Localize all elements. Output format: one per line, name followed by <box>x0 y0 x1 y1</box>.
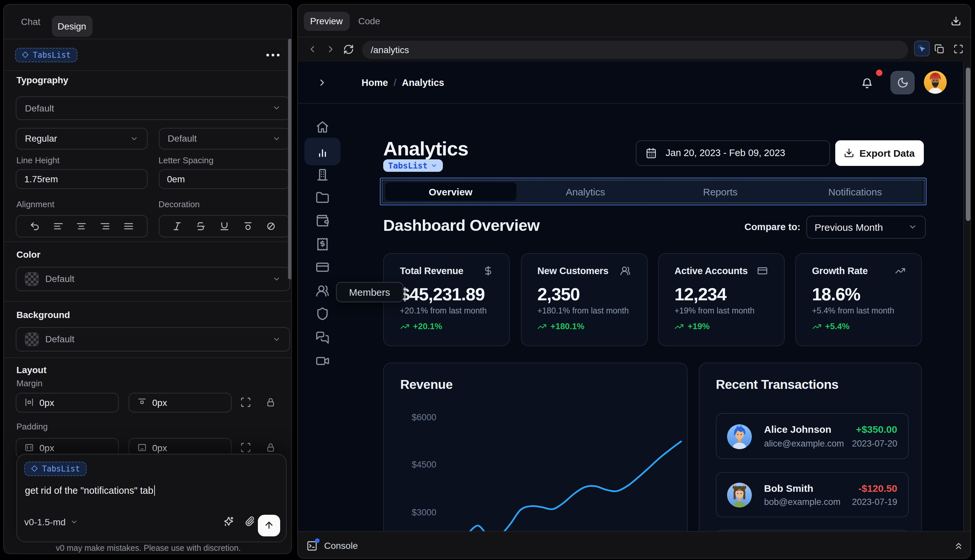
console-bar[interactable]: Console <box>298 531 970 559</box>
font-style-select[interactable]: Default <box>159 128 290 149</box>
breadcrumb-separator: / <box>394 77 396 88</box>
padding-vertical-icon <box>137 443 147 453</box>
color-select[interactable]: Default <box>16 267 290 291</box>
tab-notifications[interactable]: Notifications <box>788 180 923 203</box>
composer-input[interactable]: get rid of the "notifications" tab <box>25 485 155 496</box>
compare-select[interactable]: Previous Month <box>806 216 926 238</box>
composer-chip-label: TabsList <box>42 464 80 473</box>
sidebar-expand-button[interactable] <box>317 77 327 88</box>
date-range-picker[interactable]: Jan 20, 2023 - Feb 09, 2023 <box>636 140 830 165</box>
scrollbar-thumb[interactable] <box>966 68 970 221</box>
align-center-icon[interactable] <box>77 221 87 232</box>
refresh-button[interactable] <box>343 43 354 55</box>
strikethrough-icon[interactable] <box>195 221 206 232</box>
bell-icon[interactable] <box>861 76 873 89</box>
selected-component-chip[interactable]: TabsList <box>15 48 77 62</box>
model-select[interactable]: v0-1.5-md <box>24 515 78 529</box>
underline-icon[interactable] <box>219 221 230 232</box>
align-left-icon[interactable] <box>53 221 63 232</box>
undo-icon[interactable] <box>30 221 40 232</box>
chevron-down-icon <box>130 135 138 143</box>
stat-title: Total Revenue <box>400 265 463 276</box>
download-button[interactable] <box>951 15 961 26</box>
chevrons-up-icon[interactable] <box>953 540 964 551</box>
align-right-icon[interactable] <box>100 221 110 232</box>
disclaimer-text: v0 may make mistakes. Please use with di… <box>4 543 292 553</box>
attach-file-button[interactable] <box>245 516 255 527</box>
revenue-chart-card: Revenue $6000 $4500 $3000 <box>383 363 688 531</box>
background-swatch <box>25 332 39 346</box>
tab-chat[interactable]: Chat <box>21 5 40 39</box>
stat-change: +20.1% <box>413 321 442 331</box>
margin-y-value: 0px <box>152 397 167 408</box>
italic-icon[interactable] <box>172 221 183 232</box>
enhance-prompt-button[interactable] <box>223 516 234 527</box>
chevron-down-icon <box>272 275 281 283</box>
sidebar-item-home[interactable] <box>315 120 329 134</box>
panel-scrollbar[interactable] <box>288 39 292 279</box>
margin-y-input[interactable]: 0px <box>129 393 232 412</box>
sidebar-item-messages[interactable] <box>315 330 329 344</box>
margin-x-input[interactable]: 0px <box>16 393 119 412</box>
tab-design[interactable]: Design <box>52 15 92 37</box>
app: Chat Design TabsList Typography Default … <box>0 0 975 560</box>
sidebar-item-shield[interactable] <box>315 307 329 321</box>
moon-icon <box>897 77 908 88</box>
stat-change: +19% <box>688 321 710 331</box>
color-value: Default <box>45 274 75 284</box>
lock-margin-icon[interactable] <box>266 397 275 407</box>
sidebar-item-credit-card[interactable] <box>315 260 329 274</box>
preview-panel: Preview Code /analytics Home / Analytics <box>297 4 971 559</box>
chat-composer[interactable]: TabsList get rid of the "notifications" … <box>17 454 287 542</box>
line-height-input[interactable]: 1.75rem <box>16 169 147 189</box>
overline-icon[interactable] <box>242 221 253 232</box>
none-icon[interactable] <box>266 221 277 232</box>
font-family-select[interactable]: Default <box>16 96 290 120</box>
tab-analytics[interactable]: Analytics <box>518 180 653 203</box>
sidebar-item-users[interactable] <box>315 283 329 297</box>
theme-toggle-button[interactable] <box>890 70 915 95</box>
lock-padding-icon[interactable] <box>266 443 275 452</box>
tooltip-members: Members <box>336 282 403 302</box>
tab-reports[interactable]: Reports <box>653 180 788 203</box>
breadcrumb-home[interactable]: Home <box>362 77 388 88</box>
transaction-row[interactable]: Alice Johnson alice@example.com +$350.00… <box>716 413 908 459</box>
sidebar-item-bar-chart[interactable] <box>315 145 329 158</box>
nav-back-button[interactable] <box>307 44 317 55</box>
preview-scrollbar[interactable] <box>963 62 971 531</box>
letter-spacing-input[interactable]: 0em <box>159 169 290 189</box>
credit-card-icon <box>757 265 768 276</box>
expand-padding-icon[interactable] <box>240 442 251 453</box>
font-family-value: Default <box>25 103 54 113</box>
font-style-value: Default <box>168 133 197 144</box>
transaction-row[interactable]: Bob Smith bob@example.com -$120.50 2023-… <box>716 472 908 517</box>
diamond-icon <box>22 52 29 59</box>
url-bar[interactable]: /analytics <box>362 40 908 59</box>
align-justify-icon[interactable] <box>124 221 134 232</box>
sidebar-item-folder[interactable] <box>315 191 329 205</box>
user-avatar[interactable] <box>923 70 947 93</box>
breadcrumb-current[interactable]: Analytics <box>402 77 444 88</box>
export-data-button[interactable]: Export Data <box>835 140 923 165</box>
expand-margin-icon[interactable] <box>240 397 251 408</box>
color-section-title: Color <box>17 249 40 259</box>
composer-component-chip[interactable]: TabsList <box>24 462 87 476</box>
sidebar-item-building[interactable] <box>315 168 329 182</box>
stat-value: 2,350 <box>538 284 580 305</box>
copy-button[interactable] <box>934 43 945 54</box>
tab-preview[interactable]: Preview <box>304 12 349 31</box>
sidebar-item-video[interactable] <box>315 354 329 368</box>
more-options-button[interactable] <box>266 54 279 56</box>
transaction-email: alice@example.com <box>764 439 844 448</box>
sidebar-item-receipt[interactable] <box>315 237 329 251</box>
selection-badge[interactable]: TabsList <box>383 159 442 172</box>
padding-x-value: 0px <box>39 443 54 453</box>
tab-code[interactable]: Code <box>358 5 380 37</box>
send-button[interactable] <box>258 515 280 537</box>
inspect-tool-button[interactable] <box>914 41 929 57</box>
fullscreen-button[interactable] <box>953 43 963 54</box>
background-select[interactable]: Default <box>16 327 290 351</box>
tab-overview[interactable]: Overview <box>383 180 518 203</box>
font-weight-select[interactable]: Regular <box>16 128 147 149</box>
nav-forward-button[interactable] <box>325 44 336 55</box>
